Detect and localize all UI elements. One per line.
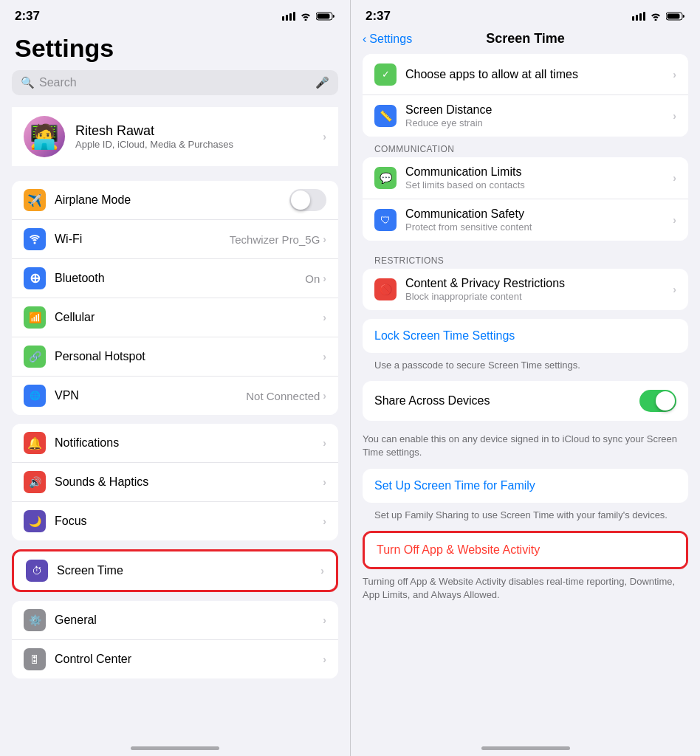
notifications-row[interactable]: 🔔 Notifications › <box>12 424 338 463</box>
focus-icon: 🌙 <box>24 510 46 532</box>
right-status-icons <box>632 12 685 21</box>
turn-off-highlighted[interactable]: Turn Off App & Website Activity <box>363 531 688 569</box>
cellular-chevron: › <box>323 312 326 323</box>
wifi-chevron: › <box>323 233 326 245</box>
content-privacy-icon: 🚫 <box>374 278 397 300</box>
wifi-icon <box>300 12 312 21</box>
content-privacy-row[interactable]: 🚫 Content & Privacy Restrictions Block i… <box>363 269 688 310</box>
left-status-icons <box>282 12 335 21</box>
wifi-row[interactable]: Wi-Fi Techwizer Pro_5G › <box>12 220 338 259</box>
screen-time-highlighted[interactable]: ⏱ Screen Time › <box>12 549 338 592</box>
notifications-icon: 🔔 <box>24 432 46 454</box>
lock-settings-label[interactable]: Lock Screen Time Settings <box>374 329 515 342</box>
turn-off-label[interactable]: Turn Off App & Website Activity <box>377 543 540 556</box>
family-section[interactable]: Set Up Screen Time for Family <box>363 469 688 503</box>
search-bar[interactable]: 🔍 🎤 <box>12 70 338 95</box>
comm-limits-chevron: › <box>673 172 676 184</box>
family-helper: Set up Family Sharing to use Screen Time… <box>351 506 700 531</box>
sounds-chevron: › <box>323 476 326 488</box>
lock-settings-section[interactable]: Lock Screen Time Settings <box>363 319 688 353</box>
bluetooth-label: Bluetooth <box>55 272 105 285</box>
network-section: ✈️ Airplane Mode Wi-Fi Techwizer Pro_5G … <box>12 181 338 415</box>
comm-safety-chevron: › <box>673 214 676 226</box>
profile-subtitle: Apple ID, iCloud, Media & Purchases <box>75 139 312 150</box>
screen-time-chevron: › <box>320 565 324 577</box>
hotspot-label: Personal Hotspot <box>55 350 145 363</box>
more-section: ⚙️ General › 🎛 Control Center › <box>12 601 338 678</box>
screen-distance-title: Screen Distance <box>405 103 664 117</box>
content-privacy-sub: Block inappropriate content <box>405 291 664 302</box>
always-allowed-partial-icon: ✓ <box>374 63 397 86</box>
bluetooth-content: Bluetooth On › <box>55 272 326 285</box>
content-privacy-chevron: › <box>673 284 676 295</box>
family-label[interactable]: Set Up Screen Time for Family <box>374 479 535 492</box>
comm-limits-content: Communication Limits Set limits based on… <box>405 165 664 190</box>
comm-safety-sub: Protect from sensitive content <box>405 221 664 233</box>
hotspot-content: Personal Hotspot › <box>55 350 326 363</box>
vpn-label: VPN <box>55 389 79 402</box>
back-button[interactable]: ‹ Settings <box>363 32 412 46</box>
svg-rect-1 <box>286 15 288 21</box>
vpn-chevron: › <box>323 390 326 402</box>
comm-safety-icon: 🛡 <box>374 209 397 231</box>
always-allowed-partial-content: Choose apps to allow at all times <box>405 68 664 81</box>
screen-distance-row[interactable]: 📏 Screen Distance Reduce eye strain › <box>363 95 688 137</box>
bluetooth-right: On › <box>305 272 326 285</box>
comm-safety-row[interactable]: 🛡 Communication Safety Protect from sens… <box>363 199 688 241</box>
hotspot-chevron: › <box>323 351 326 362</box>
wifi-setting-icon <box>24 228 46 250</box>
partial-top-section: ✓ Choose apps to allow at all times › 📏 … <box>363 54 688 137</box>
content-privacy-title: Content & Privacy Restrictions <box>405 277 664 290</box>
screen-distance-content: Screen Distance Reduce eye strain <box>405 103 664 128</box>
mic-icon: 🎤 <box>315 76 329 89</box>
notifications-chevron: › <box>323 437 326 449</box>
right-signal-icon <box>632 12 645 21</box>
comm-limits-row[interactable]: 💬 Communication Limits Set limits based … <box>363 157 688 199</box>
vpn-row[interactable]: 🌐 VPN Not Connected › <box>12 377 338 415</box>
search-icon: 🔍 <box>21 76 35 89</box>
bluetooth-row[interactable]: ⊕ Bluetooth On › <box>12 259 338 298</box>
focus-row[interactable]: 🌙 Focus › <box>12 502 338 540</box>
lock-settings-helper: Use a passcode to secure Screen Time set… <box>351 356 700 381</box>
svg-rect-2 <box>289 13 292 21</box>
content-privacy-content: Content & Privacy Restrictions Block ina… <box>405 277 664 302</box>
svg-rect-6 <box>632 16 634 21</box>
control-row[interactable]: 🎛 Control Center › <box>12 640 338 678</box>
home-indicator-left <box>131 746 219 750</box>
profile-chevron: › <box>323 131 326 142</box>
left-status-bar: 2:37 <box>0 0 350 28</box>
sounds-row[interactable]: 🔊 Sounds & Haptics › <box>12 463 338 502</box>
svg-rect-11 <box>668 14 680 19</box>
comm-safety-title: Communication Safety <box>405 207 664 221</box>
search-input[interactable] <box>39 76 311 89</box>
general-row[interactable]: ⚙️ General › <box>12 601 338 640</box>
vpn-icon: 🌐 <box>24 385 46 407</box>
home-indicator-right <box>481 746 570 750</box>
share-devices-row[interactable]: Share Across Devices <box>363 381 688 421</box>
always-allowed-partial-row[interactable]: ✓ Choose apps to allow at all times › <box>363 54 688 95</box>
svg-rect-8 <box>639 13 642 21</box>
system-section: 🔔 Notifications › 🔊 Sounds & Haptics › 🌙… <box>12 424 338 540</box>
profile-row[interactable]: 🧑‍💻 Ritesh Rawat Apple ID, iCloud, Media… <box>12 107 338 166</box>
focus-content: Focus › <box>55 515 326 528</box>
right-scroll-content: ✓ Choose apps to allow at all times › 📏 … <box>351 54 700 743</box>
airplane-mode-row[interactable]: ✈️ Airplane Mode <box>12 181 338 220</box>
screen-time-row[interactable]: ⏱ Screen Time › <box>14 551 336 590</box>
screen-distance-sub: Reduce eye strain <box>405 117 664 128</box>
cellular-row[interactable]: 📶 Cellular › <box>12 298 338 337</box>
share-devices-toggle[interactable] <box>639 390 676 412</box>
turn-off-row[interactable]: Turn Off App & Website Activity <box>365 533 686 567</box>
airplane-toggle[interactable] <box>289 189 326 211</box>
turn-off-helper: Turning off App & Website Activity disab… <box>351 572 700 611</box>
vpn-right: Not Connected › <box>246 390 326 402</box>
screen-time-icon: ⏱ <box>26 560 48 582</box>
communication-header: COMMUNICATION <box>351 138 700 157</box>
signal-icon <box>282 12 295 21</box>
always-allowed-partial-label: Choose apps to allow at all times <box>405 68 664 81</box>
communication-section: 💬 Communication Limits Set limits based … <box>363 157 688 241</box>
left-panel: 2:37 Settings 🔍 🎤 🧑‍💻 Ritesh Rawat Apple… <box>0 0 350 756</box>
notifications-content: Notifications › <box>55 436 326 450</box>
hotspot-row[interactable]: 🔗 Personal Hotspot › <box>12 337 338 377</box>
cellular-icon: 📶 <box>24 306 46 329</box>
wifi-label: Wi-Fi <box>55 233 82 246</box>
